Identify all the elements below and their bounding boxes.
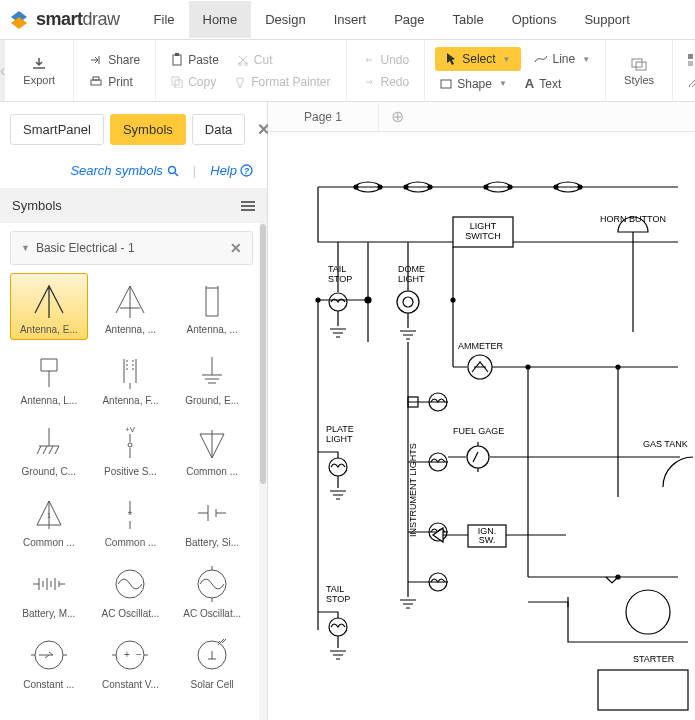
symbol-item[interactable]: Battery, Si...	[173, 486, 251, 553]
add-page-button[interactable]: ⊕	[379, 107, 416, 126]
svg-text:LIGHT: LIGHT	[398, 274, 425, 284]
tool-group-undo: Undo Redo	[347, 40, 426, 101]
menu-design[interactable]: Design	[251, 1, 319, 38]
category-close-button[interactable]: ✕	[230, 240, 242, 256]
symbol-item[interactable]: Solar Cell	[173, 628, 251, 695]
scrollbar-thumb[interactable]	[260, 224, 266, 484]
symbol-item[interactable]: Antenna, ...	[92, 273, 170, 340]
tool-group-tools: Select▼ Line▼ Shape▼ AText	[425, 40, 606, 101]
symbol-item[interactable]: 1Common ...	[10, 486, 88, 553]
logo[interactable]: smartdraw	[8, 9, 120, 31]
text-button[interactable]: AText	[520, 73, 566, 94]
tab-symbols[interactable]: Symbols	[110, 114, 186, 145]
print-button[interactable]: Print	[84, 72, 145, 92]
svg-text:DOME: DOME	[398, 264, 425, 274]
symbol-item[interactable]: +VPositive S...	[92, 415, 170, 482]
tool-group-share: Share Print	[74, 40, 156, 101]
symbol-item[interactable]: Constant ...	[10, 628, 88, 695]
menu-table[interactable]: Table	[439, 1, 498, 38]
share-button[interactable]: Share	[84, 50, 145, 70]
line-style-button[interactable]: Line	[683, 72, 695, 92]
tool-group-styles: Styles	[606, 40, 673, 101]
symbol-item[interactable]: AC Oscillat...	[92, 557, 170, 624]
menu-support[interactable]: Support	[570, 1, 644, 38]
menu-home[interactable]: Home	[189, 1, 252, 38]
styles-button[interactable]: Styles	[616, 52, 662, 90]
symbol-item[interactable]: Antenna, ...	[173, 273, 251, 340]
category-header[interactable]: ▼ Basic Electrical - 1 ✕	[10, 231, 253, 265]
svg-text:1: 1	[47, 512, 51, 519]
paste-button[interactable]: Paste	[166, 50, 224, 70]
symbol-label: Battery, M...	[16, 608, 82, 619]
symbol-label: Common ...	[16, 537, 82, 548]
symbol-icon	[188, 349, 236, 393]
symbol-label: Constant ...	[16, 679, 82, 690]
symbol-item[interactable]: *Common ...	[92, 486, 170, 553]
symbol-label: Positive S...	[97, 466, 163, 477]
symbols-menu-button[interactable]	[241, 201, 255, 211]
scrollbar[interactable]	[259, 223, 267, 720]
svg-rect-9	[632, 59, 642, 67]
paste-icon	[171, 53, 183, 67]
tab-smartpanel[interactable]: SmartPanel	[10, 114, 104, 145]
symbol-item[interactable]: Antenna, E...	[10, 273, 88, 340]
symbol-icon: +V	[106, 420, 154, 464]
redo-icon	[362, 77, 376, 87]
svg-rect-11	[688, 54, 693, 59]
svg-text:−: −	[136, 649, 142, 660]
svg-text:?: ?	[244, 166, 250, 176]
menubar: smartdraw File Home Design Insert Page T…	[0, 0, 695, 40]
symbol-icon	[25, 349, 73, 393]
symbol-label: Ground, C...	[16, 466, 82, 477]
toolbar: ‹ Export Share Print Paste Cut Copy Form…	[0, 40, 695, 102]
menu-page[interactable]: Page	[380, 1, 438, 38]
symbol-icon	[25, 420, 73, 464]
redo-button[interactable]: Redo	[357, 72, 415, 92]
svg-point-15	[168, 166, 175, 173]
tool-group-clipboard: Paste Cut Copy Format Painter	[156, 40, 346, 101]
styles-icon	[630, 56, 648, 72]
svg-rect-1	[93, 77, 99, 80]
svg-point-51	[397, 291, 419, 313]
svg-rect-10	[636, 62, 646, 70]
menu-insert[interactable]: Insert	[320, 1, 381, 38]
menu-file[interactable]: File	[140, 1, 189, 38]
shape-button[interactable]: Shape▼	[435, 73, 512, 94]
symbol-icon	[25, 633, 73, 677]
symbol-item[interactable]: +−Constant V...	[92, 628, 170, 695]
svg-point-58	[616, 365, 620, 369]
symbol-icon: 1	[25, 491, 73, 535]
cut-button[interactable]: Cut	[232, 50, 278, 70]
format-painter-button[interactable]: Format Painter	[229, 72, 335, 92]
symbol-item[interactable]: Battery, M...	[10, 557, 88, 624]
symbol-item[interactable]: Ground, C...	[10, 415, 88, 482]
export-button[interactable]: Export	[15, 52, 63, 90]
symbol-item[interactable]: Antenna, F...	[92, 344, 170, 411]
symbol-item[interactable]: Ground, E...	[173, 344, 251, 411]
collapse-icon: ▼	[21, 243, 30, 253]
symbol-grid: Antenna, E...Antenna, ...Antenna, ...Ant…	[10, 273, 261, 695]
symbol-item[interactable]: Common ...	[173, 415, 251, 482]
svg-point-34	[428, 185, 432, 189]
svg-text:LIGHT: LIGHT	[326, 434, 353, 444]
help-link[interactable]: Help ?	[210, 163, 253, 178]
copy-button[interactable]: Copy	[166, 72, 221, 92]
themes-icon	[688, 54, 695, 66]
logo-text: smartdraw	[36, 9, 120, 30]
canvas[interactable]: LIGHT SWITCH HORN BUTTON TAILSTOP DOMELI…	[268, 132, 695, 720]
themes-button[interactable]: Themes	[683, 50, 695, 70]
symbol-label: Antenna, ...	[179, 324, 245, 335]
svg-text:LIGHT: LIGHT	[470, 221, 497, 231]
symbol-item[interactable]: AC Oscillat...	[173, 557, 251, 624]
undo-button[interactable]: Undo	[357, 50, 415, 70]
menu-options[interactable]: Options	[498, 1, 571, 38]
tab-data[interactable]: Data	[192, 114, 245, 145]
select-button[interactable]: Select▼	[435, 47, 520, 71]
page-tab-1[interactable]: Page 1	[268, 103, 379, 131]
symbol-item[interactable]: Antenna, L...	[10, 344, 88, 411]
svg-text:GAS TANK: GAS TANK	[643, 439, 688, 449]
undo-icon	[362, 55, 376, 65]
line-button[interactable]: Line▼	[529, 47, 596, 71]
symbol-label: Antenna, ...	[97, 324, 163, 335]
search-symbols-link[interactable]: Search symbols	[70, 163, 178, 178]
